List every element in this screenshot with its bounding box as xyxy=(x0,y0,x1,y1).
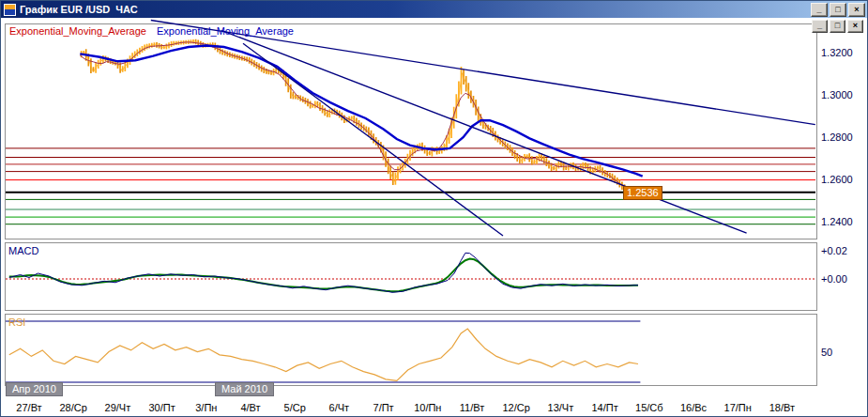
macd-line xyxy=(9,253,638,292)
chart-window: График EUR /USD ЧАС _ □ × _ □ × Exponent… xyxy=(0,0,868,417)
child-minimize-button[interactable]: _ xyxy=(812,20,828,33)
time-axis-label: 27/Вт xyxy=(8,402,50,413)
macd-axis-label: +0.02 xyxy=(821,245,847,256)
month-badge-april: Апр 2010 xyxy=(6,382,63,396)
time-axis-label: 17/Пн xyxy=(717,402,758,413)
child-close-button[interactable]: × xyxy=(847,20,863,33)
price-axis-label: 1.2600 xyxy=(821,174,853,185)
titlebar[interactable]: График EUR /USD ЧАС _ □ × xyxy=(1,1,867,18)
ema-label-red[interactable]: Exponential_Moving_Average xyxy=(9,25,146,37)
chart-canvas[interactable] xyxy=(1,1,868,417)
price-axis-label: 1.2800 xyxy=(821,131,853,143)
month-badge-may: Май 2010 xyxy=(215,382,274,396)
time-axis-label: 7/Пт xyxy=(363,402,404,413)
price-plot[interactable] xyxy=(6,21,815,237)
rsi-panel[interactable] xyxy=(6,315,817,386)
macd-panel-label[interactable]: MACD xyxy=(8,245,38,256)
rsi-line xyxy=(9,329,638,380)
time-axis-label: 15/Сб xyxy=(629,402,670,413)
macd-panel[interactable] xyxy=(6,243,817,311)
window-controls: _ □ × xyxy=(809,3,865,17)
price-axis-label: 1.3200 xyxy=(821,47,853,58)
rsi-plot[interactable] xyxy=(6,321,640,382)
trend-line[interactable] xyxy=(221,30,747,233)
time-axis-label: 10/Пн xyxy=(407,402,449,413)
price-axis-label: 1.3000 xyxy=(821,89,853,100)
time-axis-label: 12/Ср xyxy=(495,402,537,413)
rsi-axis-label: 50 xyxy=(821,347,832,358)
child-window-controls: _ □ × xyxy=(810,20,863,33)
app-icon xyxy=(4,4,16,16)
price-axis-label: 1.2400 xyxy=(821,216,853,227)
time-axis-label: 6/Чт xyxy=(318,402,359,413)
time-axis-label: 16/Вс xyxy=(673,402,714,413)
time-axis-label: 29/Чт xyxy=(97,402,138,413)
ema-slow-line[interactable] xyxy=(80,46,642,177)
time-axis-label: 28/Ср xyxy=(53,402,94,413)
rsi-panel-label[interactable]: RSI xyxy=(8,317,25,328)
current-price-tag: 1.2536 xyxy=(623,186,662,200)
maximize-button[interactable]: □ xyxy=(830,3,846,17)
macd-plot[interactable] xyxy=(6,253,815,292)
time-axis-label: 18/Вт xyxy=(761,402,802,413)
time-axis-label: 11/Вт xyxy=(451,402,493,413)
time-axis-label: 3/Пн xyxy=(186,402,227,413)
indicator-labels: Exponential_Moving_Average Exponential_M… xyxy=(9,25,294,37)
main-price-panel[interactable] xyxy=(6,24,817,239)
close-button[interactable]: × xyxy=(848,3,865,17)
time-axis-label: 30/Пт xyxy=(142,402,183,413)
time-axis-label: 4/Вт xyxy=(230,402,271,413)
window-title: График EUR /USD ЧАС xyxy=(20,4,138,15)
time-axis-label: 5/Ср xyxy=(274,402,315,413)
time-axis-label: 14/Пт xyxy=(585,402,626,413)
macd-signal-line xyxy=(9,259,638,292)
macd-axis-label: +0.00 xyxy=(821,273,847,285)
child-restore-button[interactable]: □ xyxy=(830,20,845,33)
time-axis-label: 13/Чт xyxy=(540,402,581,413)
minimize-button[interactable]: _ xyxy=(811,3,828,17)
close-line xyxy=(80,41,635,193)
ema-label-blue[interactable]: Exponential_Moving_Average xyxy=(157,25,294,37)
